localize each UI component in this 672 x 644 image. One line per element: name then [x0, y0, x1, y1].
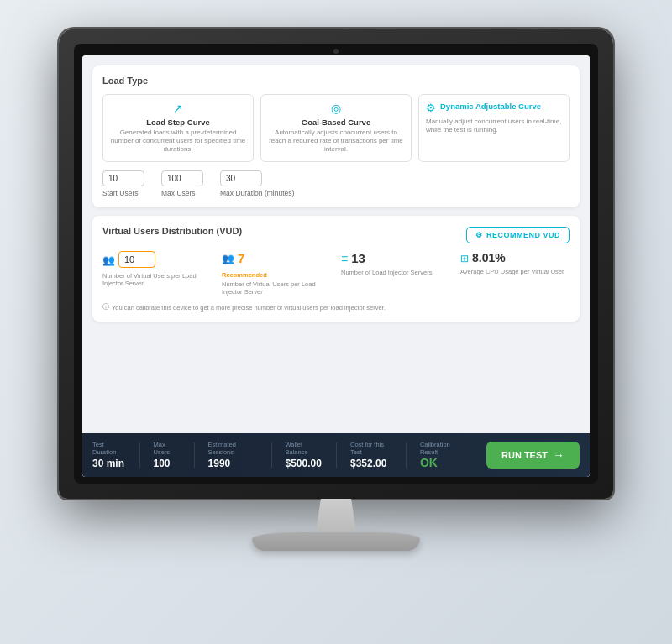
monitor-bezel: Load Type ↗ Load Step Curve Generated lo… — [74, 44, 598, 484]
load-step-icon: ↗ — [110, 102, 246, 115]
max-users-input[interactable] — [161, 170, 203, 186]
bar-test-duration: Test Duration 30 min — [92, 441, 126, 469]
recommended-vud-label: Number of Virtual Users per Load Injecto… — [222, 280, 331, 297]
monitor-base — [252, 532, 420, 551]
recommended-vud-stat: 👥 7 Recommended Number of Virtual Users … — [222, 251, 331, 297]
bar-max-users: Max Users 100 — [154, 441, 181, 469]
start-users-label: Start Users — [102, 189, 144, 197]
load-type-card: Load Type ↗ Load Step Curve Generated lo… — [92, 65, 580, 207]
recommend-icon: ⚙ — [475, 231, 483, 239]
cpu-icon: ⊞ — [460, 253, 469, 264]
vud-users-icon: 👥 — [102, 254, 115, 266]
bottom-bar: Test Duration 30 min Max Users 100 Estim… — [82, 433, 590, 477]
calibrate-note-text: You can calibrate this device to get a m… — [112, 304, 386, 312]
vud-stats: 👥 Number of Virtual Users per Load Injec… — [102, 251, 570, 297]
divider-4 — [336, 442, 337, 468]
load-injectors-label: Number of Load Injector Servers — [341, 269, 450, 277]
wallet-balance-value: $500.00 — [286, 458, 322, 469]
estimated-sessions-label: Estimated Sessions — [208, 441, 258, 456]
divider-3 — [271, 442, 272, 468]
divider-5 — [406, 442, 407, 468]
max-duration-field: Max Duration (minutes) — [220, 170, 294, 197]
goal-based-option[interactable]: ◎ Goal-Based Curve Automatically adjusts… — [260, 94, 412, 162]
dynamic-desc: Manually adjust concurrent users in real… — [426, 118, 562, 135]
estimated-sessions-value: 1990 — [208, 458, 231, 469]
screen: Load Type ↗ Load Step Curve Generated lo… — [82, 55, 590, 477]
goal-based-desc: Automatically adjusts concurrent users t… — [268, 128, 404, 154]
bar-estimated-sessions: Estimated Sessions 1990 — [208, 441, 258, 469]
vud-input[interactable] — [118, 251, 155, 268]
monitor-neck — [311, 499, 361, 532]
load-injectors-stat: ≡ 13 Number of Load Injector Servers — [341, 251, 450, 277]
calibration-result: Calibration Result OK — [420, 441, 465, 469]
recommend-btn-label: RECOMMEND VUD — [486, 231, 560, 239]
divider-2 — [194, 442, 195, 468]
monitor-body: Load Type ↗ Load Step Curve Generated lo… — [59, 29, 613, 499]
cost-for-test-label: Cost for this Test — [350, 441, 392, 456]
cpu-usage-label: Average CPU Usage per Virtual User — [460, 268, 570, 276]
bar-wallet-balance: Wallet Balance $500.00 — [286, 441, 323, 469]
vud-card: Virtual Users Distribution (VUD) ⚙ RECOM… — [92, 216, 580, 322]
monitor-wrapper: Load Type ↗ Load Step Curve Generated lo… — [59, 29, 613, 616]
calibration-value: OK — [420, 456, 438, 469]
info-icon: ⓘ — [102, 303, 109, 312]
start-users-field: Start Users — [102, 170, 144, 197]
run-test-arrow-icon: → — [553, 448, 564, 462]
wallet-balance-label: Wallet Balance — [286, 441, 323, 456]
dynamic-title: Dynamic Adjustable Curve — [440, 102, 541, 111]
calibrate-note: ⓘ You can calibrate this device to get a… — [102, 303, 570, 312]
dynamic-icon: ⚙ — [426, 102, 436, 114]
max-users-bar-label: Max Users — [154, 441, 181, 456]
max-duration-input[interactable] — [220, 170, 262, 186]
max-duration-label: Max Duration (minutes) — [220, 189, 294, 197]
goal-based-icon: ◎ — [268, 102, 404, 115]
calibration-label: Calibration Result — [420, 441, 465, 456]
vud-per-server-stat: 👥 Number of Virtual Users per Load Injec… — [102, 251, 212, 289]
recommended-users-icon: 👥 — [222, 253, 234, 264]
dynamic-option[interactable]: ⚙ Dynamic Adjustable Curve Manually adju… — [418, 94, 570, 162]
bar-cost-for-test: Cost for this Test $352.00 — [350, 441, 392, 469]
recommended-vud-value: 7 — [238, 251, 244, 265]
config-row: Start Users Max Users Max Duration (minu… — [102, 170, 570, 197]
load-injectors-row: ≡ 13 — [341, 251, 450, 267]
test-duration-value: 30 min — [92, 458, 124, 469]
main-panel: Load Type ↗ Load Step Curve Generated lo… — [82, 55, 590, 433]
recommended-vud-row: 👥 7 — [222, 251, 331, 267]
load-type-options: ↗ Load Step Curve Generated loads with a… — [102, 94, 570, 162]
vud-title: Virtual Users Distribution (VUD) — [102, 226, 242, 236]
cpu-usage-value: 8.01% — [472, 251, 506, 264]
load-type-title: Load Type — [102, 76, 570, 86]
goal-based-title: Goal-Based Curve — [268, 118, 404, 127]
recommend-vud-button[interactable]: ⚙ RECOMMEND VUD — [466, 227, 570, 243]
max-users-bar-value: 100 — [154, 458, 171, 469]
max-users-field: Max Users — [161, 170, 203, 197]
recommended-tag: Recommended — [222, 271, 267, 279]
start-users-input[interactable] — [102, 170, 144, 186]
run-test-label: RUN TEST — [501, 450, 548, 460]
load-step-desc: Generated loads with a pre-determined nu… — [110, 128, 246, 154]
cost-for-test-value: $352.00 — [350, 458, 386, 469]
server-icon: ≡ — [341, 252, 348, 265]
vud-per-server-label: Number of Virtual Users per Load Injecto… — [102, 272, 212, 289]
test-duration-label: Test Duration — [92, 441, 126, 456]
load-step-option[interactable]: ↗ Load Step Curve Generated loads with a… — [102, 94, 254, 162]
cpu-usage-stat: ⊞ 8.01% Average CPU Usage per Virtual Us… — [460, 251, 570, 276]
screen-content: Load Type ↗ Load Step Curve Generated lo… — [82, 55, 590, 477]
divider-1 — [139, 442, 140, 468]
cpu-usage-row: ⊞ 8.01% — [460, 251, 570, 266]
vud-header: Virtual Users Distribution (VUD) ⚙ RECOM… — [102, 226, 570, 244]
load-injectors-value: 13 — [351, 251, 365, 265]
run-test-button[interactable]: RUN TEST → — [486, 442, 580, 469]
load-step-title: Load Step Curve — [110, 118, 246, 127]
vud-per-server-row: 👥 — [102, 251, 212, 270]
max-users-label: Max Users — [161, 189, 203, 197]
